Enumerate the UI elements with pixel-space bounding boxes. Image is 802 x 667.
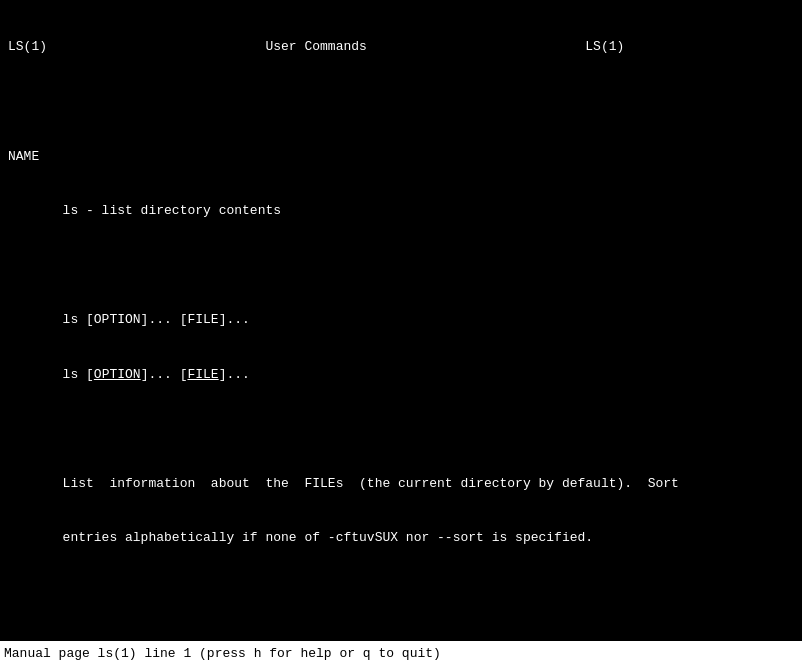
header-text: LS(1) User Commands LS(1) [8, 39, 624, 54]
blank-line-3 [8, 420, 794, 438]
status-bar-text: Manual page ls(1) line 1 (press h for he… [4, 645, 441, 663]
blank-line-2 [8, 257, 794, 275]
name-heading: NAME [8, 148, 794, 166]
description-heading: List information about the FILEs (the cu… [8, 475, 794, 493]
synopsis-content: ls [OPTION]... [FILE]... [8, 366, 794, 384]
blank-line-1 [8, 93, 794, 111]
status-bar: Manual page ls(1) line 1 (press h for he… [0, 641, 802, 667]
terminal-content: LS(1) User Commands LS(1) NAME ls - list… [0, 0, 802, 641]
header-line: LS(1) User Commands LS(1) [8, 38, 794, 56]
synopsis-heading: ls [OPTION]... [FILE]... [8, 311, 794, 329]
blank-line-4 [8, 620, 794, 638]
name-content: ls - list directory contents [8, 202, 794, 220]
description-line-1: entries alphabetically if none of -cftuv… [8, 529, 794, 547]
